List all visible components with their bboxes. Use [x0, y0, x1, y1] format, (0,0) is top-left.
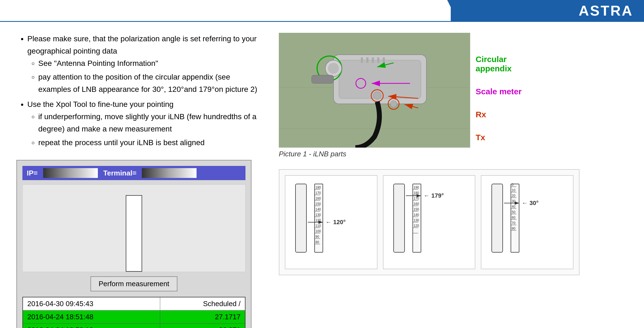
result-value-2: 26.871 [160, 324, 245, 328]
svg-text:70: 70 [512, 221, 516, 225]
svg-text:180: 180 [414, 191, 419, 195]
svg-text:180: 180 [315, 186, 321, 189]
svg-rect-5 [361, 57, 363, 63]
result-timestamp-0: 2016-04-30 09:45:43 [23, 297, 160, 311]
svg-text:170: 170 [315, 191, 321, 195]
svg-text:← 120°: ← 120° [326, 219, 346, 226]
svg-rect-26 [295, 184, 306, 252]
lnb-example-120: 180 170 160 150 140 130 120 110 [285, 175, 377, 269]
svg-text:120: 120 [315, 218, 321, 222]
lnb-example-30: 0 10 20 30 40 50 60 70 80 [481, 175, 573, 269]
svg-text:20: 20 [512, 194, 516, 198]
result-value-1: 27.1717 [160, 311, 245, 324]
svg-text:100: 100 [315, 229, 321, 233]
instruction-sub-2b: repeat the process until your iLNB is be… [38, 137, 262, 149]
svg-text:150: 150 [414, 207, 419, 211]
svg-text:160: 160 [315, 197, 321, 200]
svg-text:80: 80 [315, 240, 319, 244]
result-value-0: Scheduled / [160, 297, 245, 311]
instruction-sub-1b: pay attention to the position of the cir… [38, 71, 262, 96]
svg-point-12 [328, 63, 339, 74]
svg-text:30: 30 [512, 199, 516, 203]
ip-input[interactable] [43, 168, 98, 178]
button-area: Perform measurement [22, 276, 245, 291]
ip-label: IP= [27, 169, 38, 177]
widget-box: IP= Terminal= Perform measurement 2016-0… [16, 160, 251, 328]
header-brand-area: ASTRA [458, 0, 644, 21]
brand-title: ASTRA [579, 2, 633, 19]
ilnb-wrapper: Circularappendix Scale meter Rx Tx [279, 33, 628, 148]
svg-text:90: 90 [315, 235, 319, 239]
svg-text:← 179°: ← 179° [424, 192, 444, 199]
scale-diagram-30: 0 10 20 30 40 50 60 70 80 [489, 178, 566, 266]
lnb-example-179: 190 180 170 160 150 140 130 120 [383, 175, 476, 269]
main-content: Please make sure, that the polarization … [0, 22, 644, 328]
svg-rect-7 [372, 57, 374, 63]
svg-text:← 30°: ← 30° [522, 200, 538, 206]
meter-bar-container [126, 195, 142, 272]
svg-text:150: 150 [315, 202, 321, 206]
instructions-section: Please make sure, that the polarization … [16, 33, 262, 149]
label-scale-meter: Scale meter [476, 87, 522, 96]
meter-area [22, 184, 245, 272]
svg-text:0: 0 [512, 183, 514, 187]
svg-point-19 [390, 101, 397, 107]
label-tx: Tx [476, 133, 522, 142]
result-row-0: 2016-04-30 09:45:43Scheduled / [23, 297, 245, 311]
results-table: 2016-04-30 09:45:43Scheduled /2016-04-24… [22, 297, 245, 328]
svg-text:80: 80 [512, 227, 516, 230]
svg-rect-53 [394, 184, 405, 252]
perform-measurement-button[interactable]: Perform measurement [90, 276, 178, 291]
ip-terminal-bar: IP= Terminal= [22, 166, 245, 180]
instruction-sub-1a: See "Antenna Pointing Information" [38, 57, 262, 70]
left-column: Please make sure, that the polarization … [16, 33, 262, 328]
scale-diagram-179: 190 180 170 160 150 140 130 120 [391, 178, 467, 266]
svg-rect-20 [312, 75, 333, 83]
svg-text:10: 10 [512, 188, 516, 192]
header: ASTRA [0, 0, 644, 22]
svg-text:130: 130 [414, 218, 419, 222]
svg-rect-75 [492, 184, 503, 252]
svg-text:120: 120 [414, 224, 419, 228]
svg-text:160: 160 [414, 202, 419, 206]
label-rx: Rx [476, 110, 522, 119]
svg-text:190: 190 [414, 186, 419, 189]
result-row-2: 2016-04-24 18:50:1926.871 [23, 324, 245, 328]
svg-text:50: 50 [512, 210, 516, 214]
instruction-sub-2a: if underperforming, move slightly your i… [38, 111, 262, 135]
svg-text:170: 170 [414, 197, 419, 200]
right-column: Circularappendix Scale meter Rx Tx Pictu… [279, 33, 628, 328]
result-timestamp-1: 2016-04-24 18:51:48 [23, 311, 160, 324]
scale-diagram-120: 180 170 160 150 140 130 120 110 [293, 178, 369, 266]
terminal-input[interactable] [142, 168, 197, 178]
svg-text:110: 110 [315, 224, 321, 228]
svg-text:140: 140 [414, 213, 419, 217]
svg-rect-8 [377, 57, 379, 63]
result-timestamp-2: 2016-04-24 18:50:19 [23, 324, 160, 328]
svg-text:40: 40 [512, 205, 516, 209]
ilnb-image-section: Circularappendix Scale meter Rx Tx Pictu… [279, 33, 628, 158]
label-circular-appendix: Circularappendix [476, 55, 522, 73]
svg-rect-9 [383, 57, 385, 63]
svg-point-17 [373, 92, 381, 99]
ilnb-image [279, 33, 470, 148]
picture-caption: Picture 1 - iLNB parts [279, 150, 628, 158]
instruction-bullet-2: Use the Xpol Tool to fine-tune your poin… [27, 98, 262, 149]
lnb-examples-section: 180 170 160 150 140 130 120 110 [279, 169, 579, 275]
svg-text:140: 140 [315, 207, 321, 211]
result-row-1: 2016-04-24 18:51:4827.1717 [23, 311, 245, 324]
svg-text:130: 130 [315, 213, 321, 217]
instruction-bullet-1: Please make sure, that the polarization … [27, 33, 262, 96]
svg-text:60: 60 [512, 216, 516, 219]
ilnb-labels: Circularappendix Scale meter Rx Tx [476, 33, 522, 142]
terminal-label: Terminal= [103, 169, 137, 177]
svg-rect-6 [366, 57, 368, 63]
